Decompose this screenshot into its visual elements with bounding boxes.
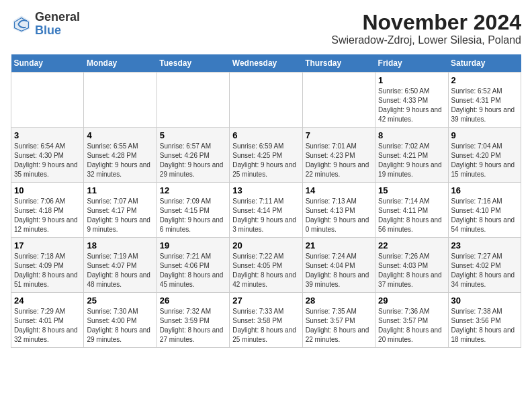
day-number: 16 [451,185,518,195]
calendar-cell: 3Sunrise: 6:54 AM Sunset: 4:30 PM Daylig… [11,128,84,183]
day-detail: Sunrise: 6:54 AM Sunset: 4:30 PM Dayligh… [14,142,81,179]
logo-general: General [35,11,80,24]
day-number: 1 [378,75,445,85]
calendar-cell: 20Sunrise: 7:22 AM Sunset: 4:05 PM Dayli… [230,238,302,293]
day-detail: Sunrise: 7:13 AM Sunset: 4:13 PM Dayligh… [306,197,372,234]
day-number: 15 [378,185,445,195]
calendar-cell: 17Sunrise: 7:18 AM Sunset: 4:09 PM Dayli… [11,238,84,293]
day-number: 18 [87,240,153,250]
day-number: 30 [451,295,518,306]
col-header-sunday: Sunday [11,54,84,73]
calendar-cell: 7Sunrise: 7:01 AM Sunset: 4:23 PM Daylig… [302,128,375,183]
day-number: 23 [451,240,518,250]
day-detail: Sunrise: 6:50 AM Sunset: 4:33 PM Dayligh… [378,87,445,124]
day-detail: Sunrise: 7:30 AM Sunset: 4:00 PM Dayligh… [87,307,153,345]
logo-text: General Blue [35,11,80,38]
calendar-week-4: 17Sunrise: 7:18 AM Sunset: 4:09 PM Dayli… [11,238,521,293]
calendar-table: SundayMondayTuesdayWednesdayThursdayFrid… [11,54,521,348]
calendar-cell: 25Sunrise: 7:30 AM Sunset: 4:00 PM Dayli… [84,293,157,348]
day-detail: Sunrise: 7:02 AM Sunset: 4:21 PM Dayligh… [378,142,445,179]
logo: General Blue [11,11,80,38]
calendar-cell: 26Sunrise: 7:32 AM Sunset: 3:59 PM Dayli… [157,293,229,348]
calendar-cell: 9Sunrise: 7:04 AM Sunset: 4:20 PM Daylig… [448,128,521,183]
day-detail: Sunrise: 6:55 AM Sunset: 4:28 PM Dayligh… [87,142,153,179]
day-number: 11 [87,185,153,195]
day-number: 24 [14,295,81,306]
day-number: 9 [451,130,518,140]
day-number: 12 [160,185,226,195]
calendar-cell [230,73,302,128]
day-number: 22 [378,240,445,250]
calendar-cell: 13Sunrise: 7:11 AM Sunset: 4:14 PM Dayli… [230,183,302,238]
calendar-cell: 8Sunrise: 7:02 AM Sunset: 4:21 PM Daylig… [375,128,448,183]
calendar-cell: 12Sunrise: 7:09 AM Sunset: 4:15 PM Dayli… [157,183,229,238]
day-detail: Sunrise: 7:24 AM Sunset: 4:04 PM Dayligh… [306,252,372,289]
day-number: 2 [451,75,518,85]
calendar-week-1: 1Sunrise: 6:50 AM Sunset: 4:33 PM Daylig… [11,73,521,128]
col-header-wednesday: Wednesday [230,54,302,73]
day-detail: Sunrise: 6:52 AM Sunset: 4:31 PM Dayligh… [451,87,518,124]
day-detail: Sunrise: 7:06 AM Sunset: 4:18 PM Dayligh… [14,197,81,234]
calendar-cell: 11Sunrise: 7:07 AM Sunset: 4:17 PM Dayli… [84,183,157,238]
col-header-thursday: Thursday [302,54,375,73]
calendar-cell [302,73,375,128]
day-number: 26 [160,295,226,306]
calendar-title: November 2024 [331,11,521,34]
day-detail: Sunrise: 7:11 AM Sunset: 4:14 PM Dayligh… [232,197,299,234]
calendar-week-5: 24Sunrise: 7:29 AM Sunset: 4:01 PM Dayli… [11,293,521,348]
col-header-friday: Friday [375,54,448,73]
day-detail: Sunrise: 7:35 AM Sunset: 3:57 PM Dayligh… [306,307,372,345]
day-detail: Sunrise: 7:21 AM Sunset: 4:06 PM Dayligh… [160,252,226,289]
day-number: 4 [87,130,153,140]
calendar-cell: 2Sunrise: 6:52 AM Sunset: 4:31 PM Daylig… [448,73,521,128]
day-detail: Sunrise: 7:29 AM Sunset: 4:01 PM Dayligh… [14,307,81,345]
day-number: 29 [378,295,445,306]
calendar-cell: 16Sunrise: 7:16 AM Sunset: 4:10 PM Dayli… [448,183,521,238]
calendar-cell: 24Sunrise: 7:29 AM Sunset: 4:01 PM Dayli… [11,293,84,348]
header-row: SundayMondayTuesdayWednesdayThursdayFrid… [11,54,521,73]
calendar-cell: 14Sunrise: 7:13 AM Sunset: 4:13 PM Dayli… [302,183,375,238]
day-number: 17 [14,240,81,250]
calendar-cell: 18Sunrise: 7:19 AM Sunset: 4:07 PM Dayli… [84,238,157,293]
day-detail: Sunrise: 6:59 AM Sunset: 4:25 PM Dayligh… [232,142,299,179]
day-number: 10 [14,185,81,195]
calendar-cell: 22Sunrise: 7:26 AM Sunset: 4:03 PM Dayli… [375,238,448,293]
day-detail: Sunrise: 6:57 AM Sunset: 4:26 PM Dayligh… [160,142,226,179]
calendar-cell [11,73,84,128]
day-number: 21 [306,240,372,250]
day-detail: Sunrise: 7:32 AM Sunset: 3:59 PM Dayligh… [160,307,226,345]
calendar-cell: 4Sunrise: 6:55 AM Sunset: 4:28 PM Daylig… [84,128,157,183]
day-number: 14 [306,185,372,195]
calendar-cell: 30Sunrise: 7:38 AM Sunset: 3:56 PM Dayli… [448,293,521,348]
day-number: 5 [160,130,226,140]
calendar-subtitle: Swieradow-Zdroj, Lower Silesia, Poland [331,34,521,46]
day-detail: Sunrise: 7:14 AM Sunset: 4:11 PM Dayligh… [378,197,445,234]
calendar-week-2: 3Sunrise: 6:54 AM Sunset: 4:30 PM Daylig… [11,128,521,183]
title-block: November 2024 Swieradow-Zdroj, Lower Sil… [331,11,521,46]
calendar-cell: 6Sunrise: 6:59 AM Sunset: 4:25 PM Daylig… [230,128,302,183]
day-number: 20 [232,240,299,250]
calendar-cell: 10Sunrise: 7:06 AM Sunset: 4:18 PM Dayli… [11,183,84,238]
day-detail: Sunrise: 7:16 AM Sunset: 4:10 PM Dayligh… [451,197,518,234]
calendar-cell: 29Sunrise: 7:36 AM Sunset: 3:57 PM Dayli… [375,293,448,348]
calendar-body: 1Sunrise: 6:50 AM Sunset: 4:33 PM Daylig… [11,73,521,348]
day-detail: Sunrise: 7:09 AM Sunset: 4:15 PM Dayligh… [160,197,226,234]
calendar-header: SundayMondayTuesdayWednesdayThursdayFrid… [11,54,521,73]
day-detail: Sunrise: 7:27 AM Sunset: 4:02 PM Dayligh… [451,252,518,289]
calendar-cell: 19Sunrise: 7:21 AM Sunset: 4:06 PM Dayli… [157,238,229,293]
calendar-cell: 21Sunrise: 7:24 AM Sunset: 4:04 PM Dayli… [302,238,375,293]
col-header-monday: Monday [84,54,157,73]
calendar-cell: 15Sunrise: 7:14 AM Sunset: 4:11 PM Dayli… [375,183,448,238]
day-number: 28 [306,295,372,306]
calendar-cell: 27Sunrise: 7:33 AM Sunset: 3:58 PM Dayli… [230,293,302,348]
day-detail: Sunrise: 7:18 AM Sunset: 4:09 PM Dayligh… [14,252,81,289]
day-number: 19 [160,240,226,250]
col-header-saturday: Saturday [448,54,521,73]
logo-blue: Blue [35,24,80,38]
page-header: General Blue November 2024 Swieradow-Zdr… [11,11,521,46]
day-number: 25 [87,295,153,306]
day-detail: Sunrise: 7:04 AM Sunset: 4:20 PM Dayligh… [451,142,518,179]
calendar-week-3: 10Sunrise: 7:06 AM Sunset: 4:18 PM Dayli… [11,183,521,238]
col-header-tuesday: Tuesday [157,54,229,73]
day-number: 3 [14,130,81,140]
